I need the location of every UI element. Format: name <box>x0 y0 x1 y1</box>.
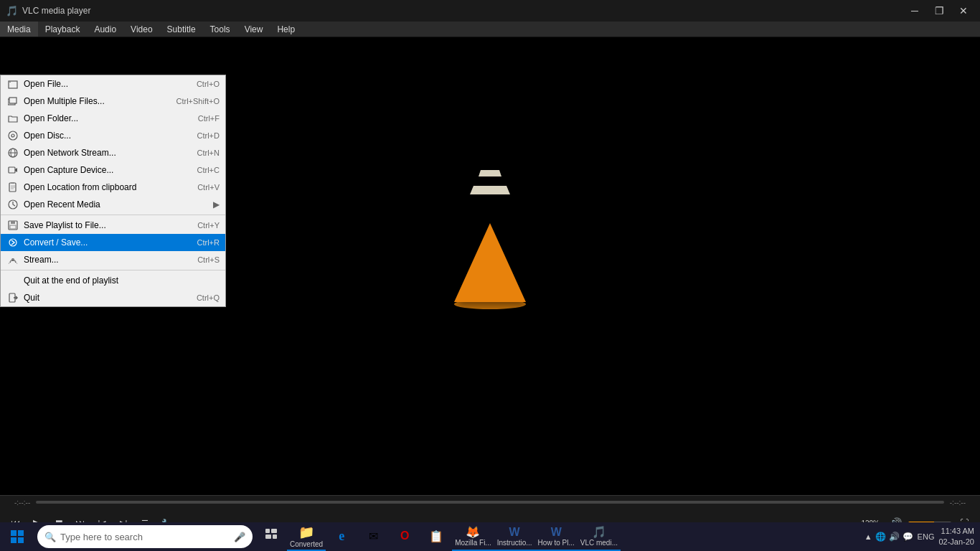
svg-rect-8 <box>9 167 15 173</box>
menu-item-open-location[interactable]: Open Location from clipboard Ctrl+V <box>1 179 225 196</box>
svg-point-4 <box>11 134 14 137</box>
menu-item-quit[interactable]: Quit Ctrl+Q <box>1 289 225 306</box>
file-explorer-icon: 📁 <box>298 524 314 540</box>
vlc-label: VLC medi... <box>580 539 618 547</box>
taskbar-app-firefox[interactable]: 🦊 Mozilla Fi... <box>452 522 494 551</box>
menu-item-open-recent[interactable]: Open Recent Media ▶ <box>1 196 225 213</box>
svg-point-19 <box>9 239 17 246</box>
menu-audio[interactable]: Audio <box>87 22 123 37</box>
clock-date: 02-Jan-20 <box>938 537 974 547</box>
window-controls: ─ ❐ ✕ <box>904 4 974 18</box>
video-area: Open File... Ctrl+O Open Multiple Files.… <box>0 37 980 495</box>
submenu-arrow: ▶ <box>213 199 220 209</box>
search-icon: 🔍 <box>44 532 56 542</box>
open-recent-icon <box>6 198 19 211</box>
vlc-logo <box>454 223 526 309</box>
notes-icon: 📋 <box>429 529 443 543</box>
svg-rect-30 <box>273 534 277 539</box>
cone-stripe-2 <box>479 170 501 176</box>
vlc-taskbar-icon: 🎵 <box>592 525 606 539</box>
system-tray: ▲ 🌐 🔊 💬 <box>864 532 913 542</box>
taskbar-right: ▲ 🌐 🔊 💬 ENG 11:43 AM 02-Jan-20 <box>864 526 980 548</box>
taskbar-app-opera[interactable]: O <box>389 522 420 551</box>
seek-time-left: -:--:-- <box>14 499 30 507</box>
file-explorer-label: Converted <box>290 540 323 548</box>
window-title: VLC media player <box>22 6 904 16</box>
menu-item-open-file[interactable]: Open File... Ctrl+O <box>1 75 225 93</box>
start-button[interactable] <box>0 522 34 551</box>
taskbar-app-vlc[interactable]: 🎵 VLC medi... <box>578 522 621 551</box>
menu-item-stream[interactable]: Stream... Ctrl+S <box>1 251 225 268</box>
menu-media[interactable]: Media <box>0 22 38 37</box>
menu-subtitle[interactable]: Subtitle <box>160 22 203 37</box>
quit-playlist-icon <box>6 274 19 287</box>
word2-icon: W <box>551 526 562 539</box>
edge-icon: e <box>339 529 344 544</box>
menu-item-quit-playlist[interactable]: Quit at the end of playlist <box>1 272 225 289</box>
firefox-label: Mozilla Fi... <box>455 539 491 547</box>
network-icon: 🌐 <box>875 532 886 542</box>
firefox-icon: 🦊 <box>466 525 480 539</box>
app-icon: 🎵 <box>6 5 18 17</box>
menu-playback[interactable]: Playback <box>38 22 88 37</box>
windows-icon <box>11 530 24 543</box>
taskbar-apps: 📁 Converted e ✉ O 📋 🦊 Mozilla Fi... <box>287 522 621 551</box>
seek-bar[interactable] <box>36 501 944 504</box>
volume-tray-icon[interactable]: 🔊 <box>889 532 900 542</box>
taskbar-app-edge[interactable]: e <box>326 522 357 551</box>
open-location-icon <box>6 181 19 194</box>
open-folder-icon <box>6 112 19 125</box>
svg-rect-27 <box>265 529 270 533</box>
svg-rect-18 <box>10 225 16 229</box>
svg-rect-28 <box>271 529 277 533</box>
open-capture-icon <box>6 164 19 176</box>
svg-rect-23 <box>11 530 17 536</box>
menu-item-open-network[interactable]: Open Network Stream... Ctrl+N <box>1 144 225 161</box>
word1-label: Instructio... <box>497 539 532 547</box>
minimize-button[interactable]: ─ <box>904 4 925 18</box>
media-dropdown-menu: Open File... Ctrl+O Open Multiple Files.… <box>0 75 226 307</box>
word1-icon: W <box>509 526 520 539</box>
taskbar-app-word1[interactable]: W Instructio... <box>494 522 535 551</box>
cone-body <box>454 223 526 302</box>
tray-arrow[interactable]: ▲ <box>864 532 872 541</box>
open-file-icon <box>6 77 19 90</box>
seek-time-right: -:--:-- <box>950 499 966 507</box>
svg-rect-29 <box>265 534 271 539</box>
taskview-button[interactable] <box>255 522 287 551</box>
taskview-icon <box>265 529 277 543</box>
search-placeholder: Type here to search <box>60 532 234 542</box>
svg-rect-11 <box>11 182 14 184</box>
svg-rect-24 <box>18 530 24 536</box>
svg-rect-17 <box>11 221 15 224</box>
menu-view[interactable]: View <box>237 22 270 37</box>
maximize-button[interactable]: ❐ <box>928 4 950 18</box>
system-clock[interactable]: 11:43 AM 02-Jan-20 <box>938 526 974 548</box>
svg-point-3 <box>9 131 17 140</box>
menu-item-open-folder[interactable]: Open Folder... Ctrl+F <box>1 110 225 127</box>
close-button[interactable]: ✕ <box>953 4 974 18</box>
menu-video[interactable]: Video <box>123 22 159 37</box>
opera-icon: O <box>400 529 409 542</box>
save-playlist-icon <box>6 219 19 232</box>
taskbar-app-file-explorer[interactable]: 📁 Converted <box>287 522 326 551</box>
menu-item-open-multiple[interactable]: Open Multiple Files... Ctrl+Shift+O <box>1 93 225 110</box>
menu-item-open-disc[interactable]: Open Disc... Ctrl+D <box>1 127 225 144</box>
taskbar-app-mail[interactable]: ✉ <box>357 522 389 551</box>
menu-help[interactable]: Help <box>270 22 302 37</box>
svg-rect-2 <box>9 98 17 103</box>
word2-label: How to Pl... <box>538 539 575 547</box>
menu-item-open-capture[interactable]: Open Capture Device... Ctrl+C <box>1 161 225 179</box>
taskbar-app-notes[interactable]: 📋 <box>420 522 452 551</box>
open-network-icon <box>6 146 19 159</box>
title-bar: 🎵 VLC media player ─ ❐ ✕ <box>0 0 980 22</box>
mic-icon: 🎤 <box>234 532 245 542</box>
taskbar-search[interactable]: 🔍 Type here to search 🎤 <box>37 525 253 548</box>
menu-tools[interactable]: Tools <box>203 22 237 37</box>
menu-item-convert-save[interactable]: Convert / Save... Ctrl+R <box>1 234 225 251</box>
taskbar-app-word2[interactable]: W How to Pl... <box>535 522 578 551</box>
convert-save-icon <box>6 236 19 249</box>
notification-icon[interactable]: 💬 <box>903 532 913 542</box>
keyboard-lang[interactable]: ENG <box>918 532 935 541</box>
menu-item-save-playlist[interactable]: Save Playlist to File... Ctrl+Y <box>1 217 225 234</box>
